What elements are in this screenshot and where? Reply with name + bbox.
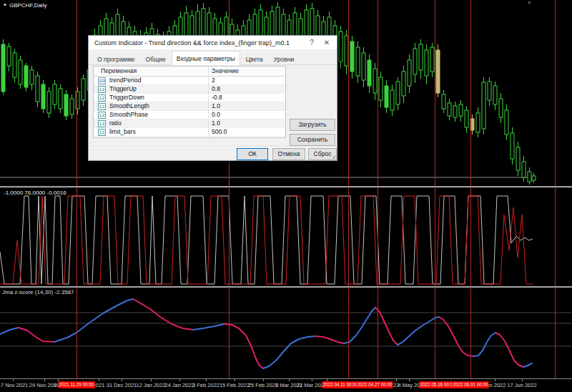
zscore-line [495, 333, 523, 367]
candle-body [368, 60, 371, 86]
table-row[interactable]: 1.2 TriggerDown -0.8 [94, 94, 285, 102]
custom-indicator-dialog: Custom Indicator - Trend direction && fo… [88, 35, 337, 161]
double-type-icon: 1.2 [98, 94, 106, 102]
candle-body [511, 133, 514, 159]
param-value[interactable]: 2 [212, 77, 215, 84]
column-header-variable[interactable]: Переменная [101, 67, 137, 76]
candle-body [505, 110, 508, 134]
dialog-close-icon[interactable]: ✕ [322, 38, 332, 47]
candle-body [522, 162, 526, 177]
axis-date-label: 4 May 20 [398, 382, 420, 388]
axis-date-label: 17 Jun 2022 [507, 382, 536, 388]
double-type-icon: 1.2 [98, 103, 106, 110]
table-row[interactable]: 1.2 limit_bars 500.0 [94, 128, 285, 137]
param-value[interactable]: 500.0 [212, 128, 227, 136]
column-header-value[interactable]: Значение [212, 67, 239, 76]
param-value[interactable]: 0.8 [212, 85, 220, 93]
param-value[interactable]: 0.0 [212, 111, 220, 119]
zscore-line [375, 308, 398, 345]
tab-inputs[interactable]: Входные параметры [172, 51, 240, 65]
resize-grip[interactable] [331, 155, 335, 159]
candle-body [64, 94, 68, 116]
axis-date-label: 31 Dec 2021 [107, 382, 137, 388]
table-row[interactable]: 1.2 SmoothPhase 0.0 [94, 111, 285, 119]
panel-separator[interactable] [0, 286, 572, 288]
dialog-titlebar[interactable]: Custom Indicator - Trend direction && fo… [89, 36, 337, 49]
candle-body [488, 82, 491, 100]
candle-body [362, 53, 365, 80]
candle-body [402, 72, 405, 96]
zscore-line [398, 317, 439, 345]
candle-body [76, 92, 79, 109]
param-name: SmoothLength [109, 102, 149, 110]
axis-date-label: 24 Jan 2022 [164, 382, 194, 388]
double-type-icon: 1.2 [98, 129, 106, 136]
param-name: TriggerUp [109, 85, 137, 93]
candle-body [396, 82, 400, 104]
candle-body [41, 84, 45, 109]
candle-body [453, 106, 457, 117]
tab-colors[interactable]: Цвета [241, 52, 268, 66]
table-row[interactable]: 123 trendPeriod 2 [94, 77, 285, 85]
cancel-button[interactable]: Отмена [272, 148, 305, 160]
candle-body [442, 94, 445, 109]
table-row[interactable]: 1.2 SmoothLength 1.0 [94, 102, 285, 111]
candle-body [425, 50, 428, 76]
candle-body [476, 113, 480, 132]
candle-body [1, 44, 5, 92]
double-type-icon: 1.2 [98, 112, 106, 119]
candle-body [528, 172, 531, 182]
tab-levels[interactable]: Уровни [269, 52, 300, 66]
double-type-icon: 1.2 [98, 86, 106, 93]
candle-body [59, 89, 62, 109]
save-button[interactable]: Сохранить [290, 134, 335, 146]
param-value[interactable]: 1.0 [212, 102, 220, 110]
dialog-tab-bar: О программеОбщиеВходные параметрыЦветаУр… [89, 49, 337, 65]
zscore-line [0, 328, 19, 334]
load-button[interactable]: Загрузить [290, 119, 335, 131]
candle-body [493, 86, 497, 104]
axis-date-label: 3 Feb 2022 [192, 382, 220, 388]
column-divider [208, 67, 209, 137]
zscore-line [19, 328, 54, 342]
candle-body [482, 82, 485, 129]
candle-body [499, 99, 503, 117]
vline-date-badge: 2022.05.18 00:00 [419, 381, 455, 388]
axis-date-label: 17 Nov 2021 [0, 382, 28, 388]
candle-body [390, 90, 394, 110]
zscore-line [315, 336, 344, 343]
symbol-period-label[interactable]: ▼GBPCHF,Daily [3, 2, 46, 9]
candle-body [13, 53, 16, 77]
panel-separator[interactable] [0, 186, 572, 188]
tab-about[interactable]: О программе [92, 52, 140, 66]
table-row[interactable]: 1.2 ratio 1.0 [94, 119, 285, 128]
candle-body [24, 66, 28, 87]
time-axis[interactable]: 17 Nov 202129 Nov 20219 D202131 Dec 2021… [0, 379, 572, 392]
param-value[interactable]: 1.0 [212, 119, 220, 127]
candle-body [430, 47, 434, 72]
ok-button[interactable]: ОК [237, 148, 268, 160]
candle-body [30, 70, 34, 84]
tab-common[interactable]: Общие [141, 52, 171, 66]
candle-body [19, 60, 22, 84]
candle-body [379, 77, 383, 100]
candle-body [53, 84, 56, 104]
vline-date-badge: 2021.11.29 00:00 [59, 381, 95, 388]
inputs-table: Переменная Значение 123 trendPeriod 2 1.… [93, 66, 286, 138]
candle-body [345, 36, 348, 66]
dialog-button-separator [89, 146, 337, 147]
vline-date-badge: 2022.04.27 00:00 [356, 381, 393, 388]
candle-body [413, 49, 417, 74]
table-header-row[interactable]: Переменная Значение [94, 67, 285, 77]
trend-red-line [0, 196, 533, 284]
symbol-dropdown-icon: ▼ [3, 3, 7, 7]
zscore-line [473, 333, 495, 356]
symbol-period-text: GBPCHF,Daily [9, 2, 46, 9]
table-row[interactable]: 1.2 TriggerUp 0.8 [94, 85, 285, 94]
candle-body [459, 104, 463, 116]
zscore-line [193, 324, 225, 330]
zscore-line [439, 317, 473, 356]
dialog-help-icon[interactable]: ? [307, 38, 317, 47]
chart-shift-marker-icon[interactable]: ▿ [528, 0, 531, 6]
param-value[interactable]: -0.8 [212, 94, 222, 102]
